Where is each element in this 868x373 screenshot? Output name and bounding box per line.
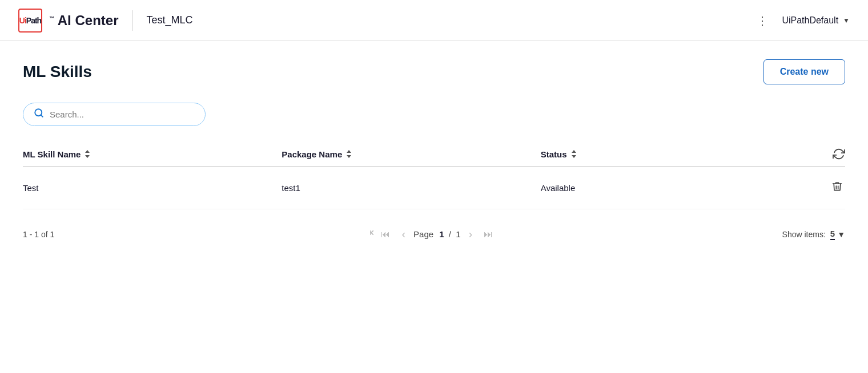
logo-ui-box: UiPath	[18, 9, 42, 33]
svg-marker-4	[347, 150, 351, 153]
page-header: ML Skills Create new	[23, 59, 845, 84]
col-header-skill-name: ML Skill Name	[23, 149, 282, 159]
tenant-name: UiPathDefault	[782, 15, 838, 26]
prev-page-button[interactable]: ‹	[398, 225, 409, 243]
logo-area: UiPath ™ AI Center	[18, 9, 118, 33]
pagination-range: 1 - 1 of 1	[23, 230, 80, 239]
last-page-button[interactable]: ⏭	[480, 226, 496, 242]
main-content: ML Skills Create new ML Skill Name	[0, 41, 868, 261]
current-page-number: 1	[439, 229, 444, 239]
skill-name-value: Test	[23, 183, 39, 193]
next-icon: ›	[468, 228, 472, 240]
col-header-status: Status	[541, 149, 799, 159]
show-items-area: Show items: 5 ▼	[782, 229, 845, 240]
page-label: Page 1 / 1	[413, 229, 460, 239]
tenant-selector[interactable]: UiPathDefault ▼	[782, 15, 850, 26]
pagination-bar: 1 - 1 of 1 ⏮ ‹ Page 1 / 1 ›	[23, 221, 845, 243]
total-pages-number: 1	[456, 229, 460, 239]
svg-marker-2	[85, 150, 90, 153]
app-header: UiPath ™ AI Center Test_MLC ⋮ UiPathDefa…	[0, 0, 868, 41]
col-label-skill-name: ML Skill Name	[23, 149, 81, 159]
app-name-label: ™ AI Center	[49, 13, 118, 29]
cell-row-actions	[799, 179, 845, 197]
svg-line-1	[41, 115, 42, 116]
cell-status: Available	[541, 183, 799, 193]
last-icon: ⏭	[484, 229, 493, 239]
page-title: ML Skills	[23, 63, 92, 81]
delete-button[interactable]	[829, 179, 845, 197]
show-items-dropdown[interactable]: 5 ▼	[830, 229, 845, 240]
first-page-button[interactable]: ⏮	[365, 226, 393, 242]
page-separator: /	[449, 229, 451, 239]
prev-icon: ‹	[401, 228, 405, 240]
sort-icon-status[interactable]	[570, 150, 577, 158]
show-items-chevron-icon[interactable]: ▼	[837, 230, 845, 239]
create-new-button[interactable]: Create new	[763, 59, 845, 84]
col-header-package-name: Package Name	[282, 149, 540, 159]
skills-table: ML Skill Name Package Name	[23, 142, 845, 209]
col-header-actions	[799, 148, 845, 160]
more-options-button[interactable]: ⋮	[752, 9, 773, 32]
col-label-status: Status	[541, 149, 567, 159]
svg-marker-6	[572, 150, 576, 153]
package-name-value: test1	[282, 183, 300, 193]
sort-icon-package-name[interactable]	[345, 150, 352, 158]
svg-marker-3	[85, 155, 90, 158]
search-box	[23, 103, 206, 126]
svg-marker-7	[572, 155, 576, 158]
project-name: Test_MLC	[146, 14, 192, 26]
first-icon: ⏮	[381, 229, 390, 239]
col-label-package-name: Package Name	[282, 149, 342, 159]
status-value: Available	[541, 183, 576, 193]
tenant-chevron-icon: ▼	[843, 17, 850, 25]
show-items-value: 5	[830, 229, 835, 240]
show-items-label: Show items:	[782, 230, 826, 239]
table-row: Test test1 Available	[23, 167, 845, 209]
table-header-row: ML Skill Name Package Name	[23, 142, 845, 167]
more-icon: ⋮	[757, 14, 768, 27]
search-icon	[34, 108, 44, 121]
svg-marker-5	[347, 155, 351, 158]
page-word: Page	[413, 229, 433, 239]
pagination-controls: ⏮ ‹ Page 1 / 1 › ⏭	[80, 225, 782, 243]
sort-icon-skill-name[interactable]	[84, 150, 91, 158]
cell-skill-name: Test	[23, 183, 282, 193]
next-page-button[interactable]: ›	[465, 225, 476, 243]
refresh-button[interactable]	[833, 148, 845, 160]
cell-package-name: test1	[282, 183, 540, 193]
header-divider	[132, 10, 132, 31]
search-input[interactable]	[50, 110, 195, 119]
